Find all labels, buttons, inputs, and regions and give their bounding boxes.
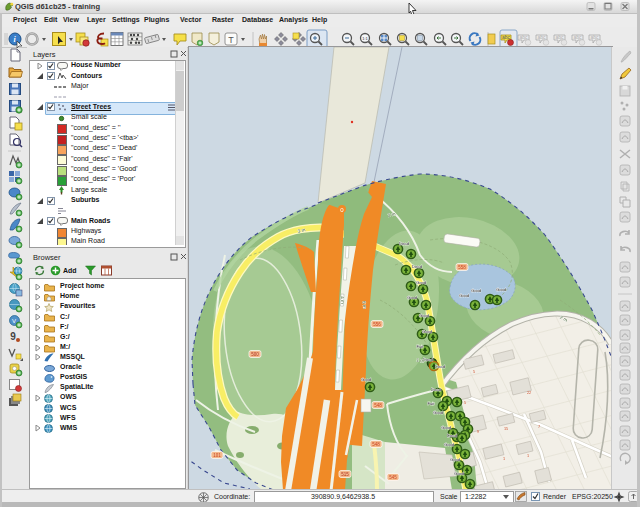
svg-text:T: T bbox=[228, 35, 234, 45]
svg-text:22: 22 bbox=[527, 391, 531, 395]
svg-text:Dead: Dead bbox=[447, 433, 458, 438]
svg-text:Dead: Dead bbox=[431, 387, 442, 392]
svg-text:Good: Good bbox=[454, 471, 465, 476]
svg-text:7: 7 bbox=[538, 425, 540, 429]
svg-text:Good: Good bbox=[450, 457, 461, 462]
svg-text:4 m: 4 m bbox=[340, 296, 345, 304]
svg-text:Good: Good bbox=[459, 293, 470, 298]
svg-text:101: 101 bbox=[213, 453, 221, 458]
svg-text:1:1: 1:1 bbox=[362, 36, 368, 41]
svg-text:9: 9 bbox=[477, 430, 479, 434]
svg-text:1: 1 bbox=[527, 454, 529, 458]
svg-text:Good: Good bbox=[407, 295, 418, 300]
svg-text:5: 5 bbox=[473, 370, 475, 374]
svg-text:abc: abc bbox=[590, 34, 599, 40]
svg-text:Dead: Dead bbox=[435, 364, 446, 369]
svg-text:5: 5 bbox=[464, 401, 466, 405]
svg-text:abc: abc bbox=[519, 34, 528, 40]
svg-text:545: 545 bbox=[389, 475, 397, 480]
svg-text:Fair: Fair bbox=[427, 401, 435, 406]
svg-text:Good: Good bbox=[419, 313, 430, 318]
svg-text:9: 9 bbox=[10, 331, 16, 342]
svg-text:Good: Good bbox=[441, 425, 452, 430]
svg-text:abc: abc bbox=[537, 34, 546, 40]
svg-text:Good: Good bbox=[433, 410, 444, 415]
svg-text:Good: Good bbox=[496, 287, 507, 292]
svg-text:515: 515 bbox=[341, 472, 349, 477]
svg-text:548: 548 bbox=[372, 442, 380, 447]
svg-text:Fair: Fair bbox=[416, 344, 424, 349]
svg-text:Dead: Dead bbox=[399, 241, 410, 246]
svg-text:548: 548 bbox=[374, 403, 382, 408]
svg-text:Good: Good bbox=[444, 442, 455, 447]
svg-text:6 m: 6 m bbox=[362, 301, 368, 309]
svg-text:Good: Good bbox=[416, 280, 427, 285]
svg-text:1: 1 bbox=[503, 457, 505, 461]
svg-text:Good: Good bbox=[471, 288, 482, 293]
svg-text:Dead: Dead bbox=[412, 264, 423, 269]
svg-text:15: 15 bbox=[504, 427, 508, 431]
svg-text:abc: abc bbox=[573, 34, 582, 40]
svg-text:V: V bbox=[12, 318, 16, 324]
svg-text:Good: Good bbox=[422, 329, 433, 334]
svg-text:abc: abc bbox=[502, 34, 511, 40]
svg-text:Good: Good bbox=[361, 377, 372, 382]
svg-text:556: 556 bbox=[373, 322, 381, 327]
svg-text:abc: abc bbox=[555, 34, 564, 40]
svg-text:558: 558 bbox=[458, 265, 466, 270]
svg-text:500: 500 bbox=[251, 352, 259, 357]
